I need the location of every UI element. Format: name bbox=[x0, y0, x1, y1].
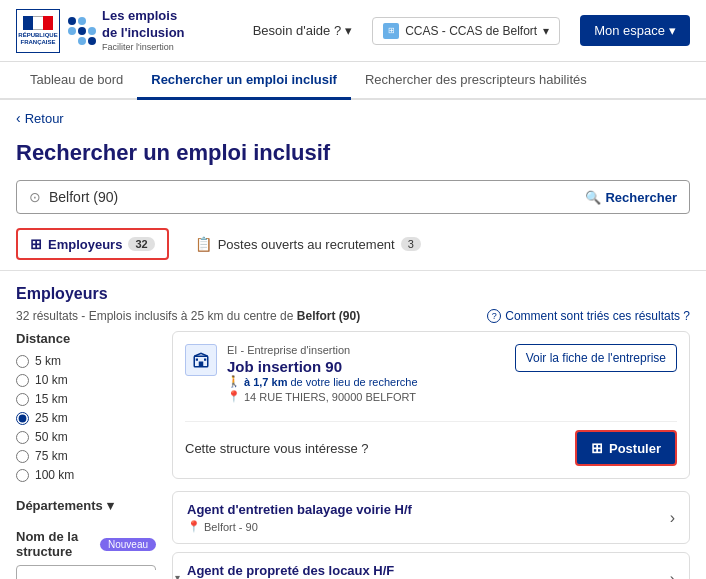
structure-name-input[interactable] bbox=[25, 570, 175, 579]
chevron-down-icon: ▾ bbox=[107, 498, 114, 513]
dot bbox=[78, 37, 86, 45]
tab-rechercher-emploi[interactable]: Rechercher un emploi inclusif bbox=[137, 62, 351, 100]
logo-container: RÉPUBLIQUE FRANÇAISE Les emplois de l'in… bbox=[16, 8, 185, 53]
distance-50km[interactable]: 50 km bbox=[16, 430, 156, 444]
job-item[interactable]: Agent d'entretien balayage voirie H/f 📍 … bbox=[172, 491, 690, 544]
flag-white bbox=[33, 16, 43, 30]
company-header: EI - Entreprise d'insertion Job insertio… bbox=[185, 344, 418, 403]
postes-icon: 📋 bbox=[195, 236, 212, 252]
svg-rect-3 bbox=[204, 359, 206, 361]
distance-50km-radio[interactable] bbox=[16, 431, 29, 444]
location-icon: ⊙ bbox=[29, 189, 41, 205]
dot bbox=[88, 37, 96, 45]
voir-fiche-button[interactable]: Voir la fiche de l'entreprise bbox=[515, 344, 677, 372]
sort-help-button[interactable]: ? Comment sont triés ces résultats ? bbox=[487, 309, 690, 323]
postuler-icon: ⊞ bbox=[591, 440, 603, 456]
dot bbox=[68, 37, 76, 45]
departements-filter: Départements ▾ bbox=[16, 498, 156, 513]
section-heading: Employeurs bbox=[0, 281, 706, 309]
search-bar: ⊙ 🔍 Rechercher bbox=[16, 180, 690, 214]
departements-dropdown-button[interactable]: Départements ▾ bbox=[16, 498, 114, 513]
distance-15km-radio[interactable] bbox=[16, 393, 29, 406]
chevron-left-icon: ‹ bbox=[16, 110, 21, 126]
tab-tableau-de-bord[interactable]: Tableau de bord bbox=[16, 62, 137, 100]
dot bbox=[88, 17, 96, 25]
job-chevron-right-icon: › bbox=[670, 570, 675, 579]
distance-10km-radio[interactable] bbox=[16, 374, 29, 387]
company-type: EI - Entreprise d'insertion bbox=[227, 344, 418, 356]
dot bbox=[68, 17, 76, 25]
rf-text: RÉPUBLIQUE FRANÇAISE bbox=[18, 32, 57, 46]
results-count-text: 32 résultats - Emplois inclusifs à 25 km… bbox=[16, 309, 360, 323]
company-actions: Cette structure vous intéresse ? ⊞ Postu… bbox=[185, 421, 677, 466]
republique-francaise-logo: RÉPUBLIQUE FRANÇAISE bbox=[16, 9, 60, 53]
distance-15km[interactable]: 15 km bbox=[16, 392, 156, 406]
company-distance: 🚶 à 1,7 km de votre lieu de recherche bbox=[227, 375, 418, 388]
org-icon: ⊞ bbox=[383, 23, 399, 39]
map-pin-icon: 📍 bbox=[227, 390, 241, 403]
distance-5km-radio[interactable] bbox=[16, 355, 29, 368]
logo-dots-grid bbox=[68, 17, 96, 45]
distance-100km[interactable]: 100 km bbox=[16, 468, 156, 482]
page-title: Rechercher un emploi inclusif bbox=[0, 136, 706, 180]
distance-25km-radio[interactable] bbox=[16, 412, 29, 425]
job-item-content: Agent d'entretien balayage voirie H/f 📍 … bbox=[187, 502, 412, 533]
employers-icon: ⊞ bbox=[30, 236, 42, 252]
nom-structure-label: Nom de la structure Nouveau bbox=[16, 529, 156, 559]
content-area: Distance 5 km 10 km 15 km 25 km 50 km bbox=[0, 331, 706, 579]
distance-radio-group: 5 km 10 km 15 km 25 km 50 km 75 km bbox=[16, 354, 156, 482]
dot bbox=[78, 27, 86, 35]
location-pin-icon: 📍 bbox=[187, 520, 201, 533]
company-address: 📍 14 RUE THIERS, 90000 BELFORT bbox=[227, 390, 418, 403]
org-chevron-icon: ▾ bbox=[543, 24, 549, 38]
distance-filter: Distance 5 km 10 km 15 km 25 km 50 km bbox=[16, 331, 156, 482]
french-flag bbox=[23, 16, 53, 30]
job-title: Agent de propreté des locaux H/F bbox=[187, 563, 394, 578]
logo-text: Les emplois de l'inclusion Faciliter l'i… bbox=[102, 8, 185, 53]
svg-rect-1 bbox=[199, 362, 204, 367]
search-location-input[interactable] bbox=[49, 189, 585, 205]
distance-10km[interactable]: 10 km bbox=[16, 373, 156, 387]
company-info: EI - Entreprise d'insertion Job insertio… bbox=[227, 344, 418, 403]
search-icon: 🔍 bbox=[585, 190, 601, 205]
job-item-content: Agent de propreté des locaux H/F 📍 Belfo… bbox=[187, 563, 394, 579]
help-button[interactable]: Besoin d'aide ? ▾ bbox=[253, 23, 353, 38]
employers-tab-pill[interactable]: ⊞ Employeurs 32 bbox=[16, 228, 169, 260]
interest-text: Cette structure vous intéresse ? bbox=[185, 441, 369, 456]
result-tab-pills: ⊞ Employeurs 32 📋 Postes ouverts au recr… bbox=[0, 228, 706, 271]
nom-structure-filter: Nom de la structure Nouveau ▾ bbox=[16, 529, 156, 579]
svg-rect-2 bbox=[196, 359, 198, 361]
dot bbox=[68, 27, 76, 35]
site-header: RÉPUBLIQUE FRANÇAISE Les emplois de l'in… bbox=[0, 0, 706, 62]
mon-espace-button[interactable]: Mon espace ▾ bbox=[580, 15, 690, 46]
navigation-tabs: Tableau de bord Rechercher un emploi inc… bbox=[0, 62, 706, 100]
postes-tab-pill[interactable]: 📋 Postes ouverts au recrutement 3 bbox=[181, 228, 435, 260]
org-selector[interactable]: ⊞ CCAS - CCAS de Belfort ▾ bbox=[372, 17, 560, 45]
job-chevron-right-icon: › bbox=[670, 509, 675, 527]
distance-filter-title: Distance bbox=[16, 331, 156, 346]
search-button[interactable]: 🔍 Rechercher bbox=[585, 190, 677, 205]
postuler-button[interactable]: ⊞ Postuler bbox=[575, 430, 677, 466]
distance-25km[interactable]: 25 km bbox=[16, 411, 156, 425]
monespace-chevron-icon: ▾ bbox=[669, 23, 676, 38]
dot bbox=[78, 17, 86, 25]
distance-75km-radio[interactable] bbox=[16, 450, 29, 463]
job-title: Agent d'entretien balayage voirie H/f bbox=[187, 502, 412, 517]
company-name: Job insertion 90 bbox=[227, 358, 418, 375]
job-location: 📍 Belfort - 90 bbox=[187, 520, 412, 533]
distance-100km-radio[interactable] bbox=[16, 469, 29, 482]
filters-sidebar: Distance 5 km 10 km 15 km 25 km 50 km bbox=[16, 331, 156, 579]
distance-75km[interactable]: 75 km bbox=[16, 449, 156, 463]
company-building-icon bbox=[185, 344, 217, 376]
results-info-bar: 32 résultats - Emplois inclusifs à 25 km… bbox=[0, 309, 706, 331]
structure-input-wrapper: ▾ bbox=[16, 565, 156, 579]
breadcrumb[interactable]: ‹ Retour bbox=[0, 100, 706, 136]
distance-5km[interactable]: 5 km bbox=[16, 354, 156, 368]
emploi-logo: Les emplois de l'inclusion Faciliter l'i… bbox=[68, 8, 185, 53]
question-circle-icon: ? bbox=[487, 309, 501, 323]
job-item[interactable]: Agent de propreté des locaux H/F 📍 Belfo… bbox=[172, 552, 690, 579]
results-panel: EI - Entreprise d'insertion Job insertio… bbox=[172, 331, 690, 579]
tab-prescripteurs[interactable]: Rechercher des prescripteurs habilités bbox=[351, 62, 601, 100]
chevron-down-icon: ▾ bbox=[345, 23, 352, 38]
walk-icon: 🚶 bbox=[227, 375, 241, 388]
